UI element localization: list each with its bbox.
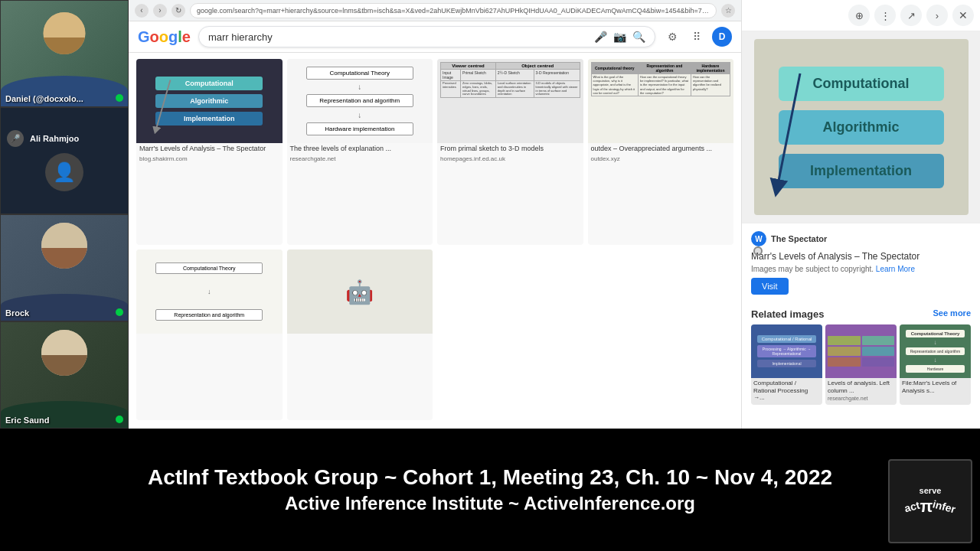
svg-line-0 xyxy=(155,80,170,131)
result-6-source xyxy=(287,337,433,339)
related-title-row: Related images See more xyxy=(751,308,971,320)
participant-tile-daniel[interactable]: Daniel (@docxolo... xyxy=(0,0,129,107)
participant-name-eric: Eric Saund xyxy=(5,416,49,425)
related-2-source: researchgate.net xyxy=(825,396,897,403)
related-images-grid: Computational / Rational Processing → Al… xyxy=(751,324,971,405)
see-more-link[interactable]: See more xyxy=(933,308,971,320)
participant-tile-ali[interactable]: 🎤 Ali Rahmjoo 👤 xyxy=(0,107,129,214)
image-result-4[interactable]: Computational theoryRepresentation and a… xyxy=(588,59,734,245)
result-5-source xyxy=(136,337,283,339)
related-thumb-3[interactable]: Computational Theory ↓ Representation an… xyxy=(900,324,971,405)
expanded-algorithmic: Algorithmic xyxy=(779,110,944,145)
image-result-6[interactable]: 🤖 xyxy=(287,249,433,420)
related-3-label: File:Marr's Levels of Analysis s... xyxy=(900,378,971,396)
related-thumb-2[interactable]: Levels of analysis. Left column ... rese… xyxy=(825,324,897,405)
zoom-icon-btn[interactable]: ⊕ xyxy=(848,5,870,26)
reload-button[interactable]: ↻ xyxy=(172,4,185,18)
google-logo: Google xyxy=(138,28,191,46)
visit-button[interactable]: Visit xyxy=(751,278,789,295)
search-submit-icon[interactable]: 🔍 xyxy=(632,31,645,43)
related-thumb-1[interactable]: Computational / Rational Processing → Al… xyxy=(751,324,822,405)
expanded-implementation: Implementation xyxy=(779,154,944,188)
result-3-title: From primal sketch to 3-D models xyxy=(437,143,583,155)
bottom-info-bar: ActInf Textbook Group ~ Cohort 1, Meetin… xyxy=(0,429,980,551)
event-info-text: ActInf Textbook Group ~ Cohort 1, Meetin… xyxy=(148,465,832,514)
logo-letters-row: act π infer xyxy=(904,497,956,517)
event-line1: ActInf Textbook Group ~ Cohort 1, Meetin… xyxy=(148,465,832,490)
share-btn[interactable]: ↗ xyxy=(900,5,922,26)
result-2-source: researchgate.net xyxy=(287,155,433,165)
settings-icon[interactable]: ⚙ xyxy=(663,28,681,46)
image-result-1[interactable]: Computational Algorithmic Implementation… xyxy=(136,59,283,245)
next-btn[interactable]: › xyxy=(926,5,948,26)
institute-logo-area: serve act π infer xyxy=(888,459,972,543)
expanded-image-title: Marr's Levels of Analysis – The Spectato… xyxy=(751,251,971,262)
result-3-source: homepages.inf.ed.ac.uk xyxy=(437,155,583,165)
image-results-grid: Computational Algorithmic Implementation… xyxy=(129,53,741,426)
image-search-icon[interactable]: 📷 xyxy=(613,31,626,43)
expanded-image-panel: ⊕ ⋮ ↗ › ✕ Computational Algorithmic Impl… xyxy=(741,0,980,429)
panel-header: ⊕ ⋮ ↗ › ✕ xyxy=(742,0,980,31)
logo-serve-text: serve xyxy=(920,486,942,495)
back-button[interactable]: ‹ xyxy=(135,4,149,18)
logo-act-text: act xyxy=(903,499,922,515)
source-favicon: W xyxy=(751,231,766,246)
source-name-label: The Spectator xyxy=(771,234,827,243)
image-source-row: W The Spectator xyxy=(751,231,971,246)
google-search-header: Google marr hierarchy 🎤 📷 🔍 ⚙ ⠿ D xyxy=(129,21,741,53)
more-options-btn[interactable]: ⋮ xyxy=(874,5,896,26)
institute-logo: serve act π infer xyxy=(888,459,972,543)
result-4-source: outdex.xyz xyxy=(588,155,734,165)
active-indicator-brock xyxy=(116,308,123,316)
participants-sidebar: Daniel (@docxolo... 🎤 Ali Rahmjoo 👤 Broc… xyxy=(0,0,129,429)
forward-button[interactable]: › xyxy=(153,4,167,18)
related-1-label: Computational / Rational Processing →... xyxy=(751,378,822,403)
learn-more-link[interactable]: Learn More xyxy=(876,265,915,273)
apps-icon[interactable]: ⠿ xyxy=(688,28,706,46)
expanded-image-display: Computational Algorithmic Implementation xyxy=(742,31,980,223)
related-2-label: Levels of analysis. Left column ... xyxy=(825,378,897,396)
bookmark-button[interactable]: ☆ xyxy=(721,4,735,18)
participant-name-ali: Ali Rahmjoo xyxy=(30,134,79,143)
result-2-title: The three levels of explanation ... xyxy=(287,143,433,155)
active-indicator-daniel xyxy=(116,94,123,102)
close-panel-btn[interactable]: ✕ xyxy=(952,5,974,26)
image-copyright-note: Images may be subject to copyright. Lear… xyxy=(751,265,971,273)
related-images-section: Related images See more Computational / … xyxy=(742,302,980,429)
result-4-title: outdex – Overappreciated arguments ... xyxy=(588,143,734,155)
result-2-repr: Representation and algorithm xyxy=(306,94,413,107)
participant-tile-brock[interactable]: Brock xyxy=(0,214,129,321)
voice-search-icon[interactable]: 🎤 xyxy=(594,31,607,43)
image-result-3[interactable]: Viewer centredObject centred Input Image… xyxy=(437,59,583,245)
active-indicator-eric xyxy=(116,416,123,423)
participant-name-brock: Brock xyxy=(5,308,29,318)
user-avatar[interactable]: D xyxy=(712,27,732,47)
browser-chrome-bar: ‹ › ↻ google.com/search?q=marr+hierarchy… xyxy=(129,0,741,21)
related-3-source xyxy=(900,396,971,397)
result-1-source: blog.shakirm.com xyxy=(136,155,283,165)
result-2-hw: Hardware implementation xyxy=(306,122,413,135)
result-1-title: Marr's Levels of Analysis – The Spectato… xyxy=(136,143,283,155)
image-result-5[interactable]: Computational Theory ↓ Representation an… xyxy=(136,249,283,420)
image-info-section: W The Spectator Marr's Levels of Analysi… xyxy=(742,223,980,302)
related-1-source xyxy=(751,403,822,405)
marr-diagram-expanded: Computational Algorithmic Implementation xyxy=(754,39,969,215)
image-result-2[interactable]: Computational Theory ↓ Representation an… xyxy=(287,59,433,245)
event-line2: Active Inference Institute ~ ActiveInfer… xyxy=(148,493,832,514)
participant-tile-eric[interactable]: Eric Saund xyxy=(0,321,129,429)
address-bar[interactable]: google.com/search?q=marr+hierarchy&sourc… xyxy=(190,3,717,18)
logo-infer-text: infer xyxy=(932,497,957,515)
search-input[interactable]: marr hierarchy 🎤 📷 🔍 xyxy=(198,26,655,47)
logo-pi-symbol: π xyxy=(920,497,933,517)
main-content-area: ‹ › ↻ google.com/search?q=marr+hierarchy… xyxy=(129,0,741,429)
result-2-comp: Computational Theory xyxy=(306,67,413,80)
expanded-computational: Computational xyxy=(779,67,944,101)
participant-name-daniel: Daniel (@docxolo... xyxy=(5,94,83,103)
